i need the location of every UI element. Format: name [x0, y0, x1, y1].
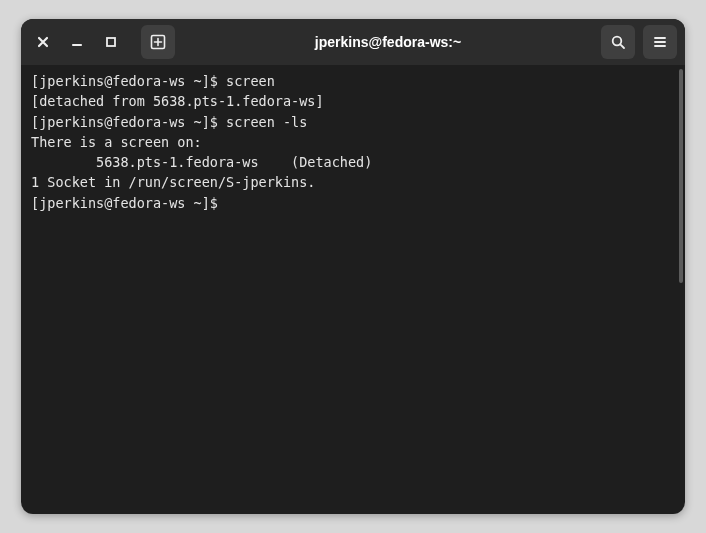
- terminal-window: jperkins@fedora-ws:~ [jperkins@fedora-ws…: [21, 19, 685, 514]
- minimize-button[interactable]: [63, 28, 91, 56]
- terminal-output[interactable]: [jperkins@fedora-ws ~]$ screen[detached …: [21, 65, 677, 514]
- titlebar-right-controls: [601, 25, 677, 59]
- search-button[interactable]: [601, 25, 635, 59]
- terminal-line: There is a screen on:: [31, 132, 667, 152]
- window-title: jperkins@fedora-ws:~: [181, 34, 595, 50]
- close-button[interactable]: [29, 28, 57, 56]
- terminal-line: [jperkins@fedora-ws ~]$ screen -ls: [31, 112, 667, 132]
- terminal-line: [jperkins@fedora-ws ~]$ screen: [31, 71, 667, 91]
- svg-rect-0: [107, 38, 115, 46]
- terminal-line: [jperkins@fedora-ws ~]$: [31, 193, 667, 213]
- terminal-line: 1 Socket in /run/screen/S-jperkins.: [31, 172, 667, 192]
- scrollbar-track[interactable]: [677, 65, 685, 514]
- scrollbar-thumb[interactable]: [679, 69, 683, 283]
- terminal-area: [jperkins@fedora-ws ~]$ screen[detached …: [21, 65, 685, 514]
- terminal-line: [detached from 5638.pts-1.fedora-ws]: [31, 91, 667, 111]
- maximize-button[interactable]: [97, 28, 125, 56]
- titlebar: jperkins@fedora-ws:~: [21, 19, 685, 65]
- titlebar-left-controls: [29, 25, 175, 59]
- new-tab-button[interactable]: [141, 25, 175, 59]
- terminal-line: 5638.pts-1.fedora-ws (Detached): [31, 152, 667, 172]
- menu-button[interactable]: [643, 25, 677, 59]
